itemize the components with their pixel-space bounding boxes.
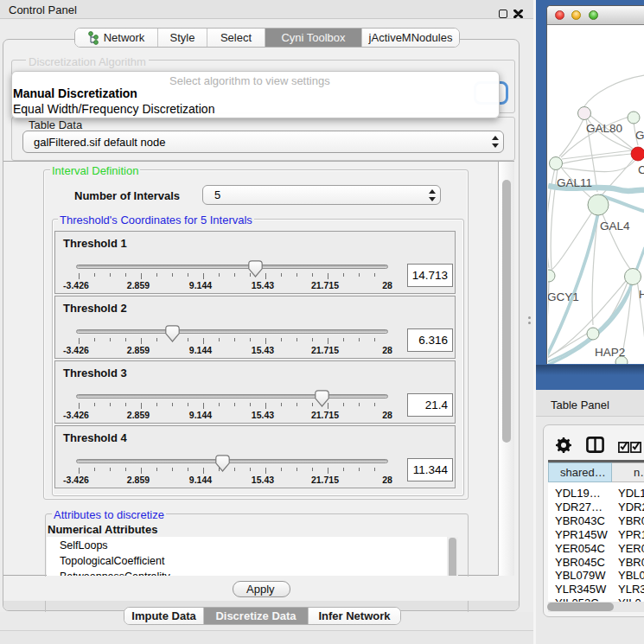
svg-text:C: C bbox=[638, 163, 644, 176]
svg-text:GAL4: GAL4 bbox=[600, 220, 630, 233]
svg-text:H: H bbox=[639, 288, 644, 301]
svg-text:GAL11: GAL11 bbox=[557, 176, 592, 189]
svg-text:HAP2: HAP2 bbox=[595, 346, 625, 359]
svg-text:GAL80: GAL80 bbox=[586, 122, 622, 135]
svg-text:GA: GA bbox=[635, 129, 644, 142]
svg-text:GCY1: GCY1 bbox=[548, 290, 579, 303]
